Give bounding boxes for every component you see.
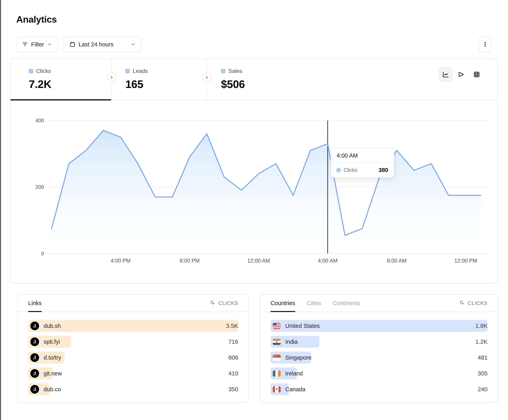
- date-range-label: Last 24 hours: [79, 41, 113, 48]
- tooltip-time: 4:00 AM: [331, 148, 394, 163]
- row-value: 410: [228, 368, 238, 379]
- clicks-legend-icon: [29, 69, 33, 73]
- window-edge-strip: [0, 0, 1, 420]
- link-row[interactable]: dub.sh3.5K: [28, 320, 238, 332]
- cursor-click-icon: [459, 300, 465, 306]
- row-label: United States: [285, 323, 320, 329]
- tab-leads[interactable]: Leads 165: [112, 59, 207, 100]
- tab-links[interactable]: Links: [28, 295, 42, 312]
- expand-clicks-button[interactable]: [107, 73, 116, 82]
- link-row[interactable]: git.new410: [28, 368, 238, 379]
- row-label: Singapore: [285, 355, 311, 361]
- countries-panel: Countries Cities Continents CLICKS Unite…: [260, 294, 498, 403]
- toolbar: Filter Last 24 hours: [16, 37, 492, 52]
- row-value: 1.2K: [475, 336, 488, 348]
- country-row[interactable]: Canada240: [270, 383, 488, 395]
- tab-label: Countries: [270, 300, 295, 306]
- more-options-button[interactable]: [479, 37, 492, 52]
- metric-selector[interactable]: CLICKS: [210, 295, 238, 312]
- leads-legend-icon: [125, 69, 130, 73]
- kebab-menu-icon: [482, 41, 488, 47]
- svg-text:12:00 AM: 12:00 AM: [247, 258, 270, 264]
- svg-text:8:00 AM: 8:00 AM: [387, 258, 406, 264]
- tab-continents[interactable]: Continents: [333, 295, 360, 312]
- stat-label: Clicks: [36, 68, 51, 74]
- stat-tabs: Clicks 7.2K Leads 165 Sales $506: [10, 59, 498, 101]
- cursor-click-icon: [210, 300, 216, 306]
- stat-label: Sales: [228, 68, 242, 74]
- tab-label: Cities: [307, 300, 321, 306]
- row-value: 3.5K: [226, 320, 238, 332]
- sg-flag-icon: [273, 355, 281, 361]
- svg-text:0: 0: [41, 251, 44, 257]
- row-value: 481: [478, 352, 488, 363]
- filter-button-label: Filter: [31, 41, 44, 48]
- chart-tooltip: 4:00 AM Clicks 380: [331, 148, 394, 178]
- stat-value: 165: [125, 78, 206, 91]
- link-row[interactable]: d.to/try606: [28, 352, 238, 363]
- row-value: 240: [478, 383, 488, 395]
- row-label: git.new: [44, 370, 62, 377]
- line-chart-view-button[interactable]: [439, 68, 452, 81]
- row-value: 606: [228, 352, 238, 363]
- row-label: Canada: [285, 386, 306, 393]
- stat-label: Leads: [133, 68, 148, 74]
- tooltip-value: 380: [379, 167, 388, 173]
- countries-panel-header: Countries Cities Continents CLICKS: [260, 295, 498, 312]
- clicks-timeseries-chart[interactable]: 40020004:00 PM8:00 PM12:00 AM4:00 AM8:00…: [10, 101, 498, 283]
- metric-label: CLICKS: [218, 300, 238, 306]
- calendar-icon: [69, 41, 75, 47]
- filter-button[interactable]: Filter: [16, 37, 58, 52]
- filter-icon: [22, 41, 28, 47]
- dub-logo-icon: [30, 337, 39, 346]
- country-row[interactable]: United States1.8K: [270, 320, 488, 332]
- clicks-legend-icon: [337, 168, 341, 172]
- row-label: d.to/try: [44, 355, 61, 361]
- date-range-button[interactable]: Last 24 hours: [64, 37, 142, 52]
- country-row[interactable]: India1.2K: [270, 336, 488, 348]
- row-label: Ireland: [285, 370, 303, 377]
- links-rows: dub.sh3.5Kspti.fyi716d.to/try606git.new4…: [18, 312, 248, 395]
- row-label: dub.sh: [44, 323, 61, 329]
- ie-flag-icon: [273, 370, 281, 377]
- links-panel-header: Links CLICKS: [18, 295, 248, 312]
- tooltip-series-label: Clicks: [344, 167, 376, 173]
- funnel-view-button[interactable]: [455, 68, 468, 81]
- chevron-right-icon: [109, 75, 114, 80]
- row-value: 305: [478, 368, 488, 379]
- tab-label: Continents: [333, 300, 360, 306]
- country-row[interactable]: Singapore481: [270, 352, 488, 363]
- chevron-right-icon: [204, 75, 209, 80]
- dub-logo-icon: [30, 385, 39, 394]
- metric-selector[interactable]: CLICKS: [459, 295, 488, 312]
- chevron-down-icon: [47, 42, 52, 47]
- country-row[interactable]: Ireland305: [270, 368, 488, 379]
- analytics-card: Clicks 7.2K Leads 165 Sales $506: [10, 58, 498, 284]
- chart-type-toggle: [439, 68, 483, 81]
- svg-text:12:00 PM: 12:00 PM: [454, 258, 477, 264]
- svg-text:8:00 PM: 8:00 PM: [180, 258, 200, 264]
- us-flag-icon: [273, 323, 281, 329]
- sales-legend-icon: [221, 69, 225, 73]
- table-grid-icon: [473, 71, 480, 78]
- ca-flag-icon: [273, 386, 281, 392]
- row-label: India: [285, 339, 298, 345]
- stat-value: 7.2K: [29, 78, 111, 91]
- svg-text:400: 400: [36, 117, 44, 123]
- dub-logo-icon: [30, 353, 39, 362]
- svg-text:4:00 AM: 4:00 AM: [318, 258, 337, 264]
- tab-cities[interactable]: Cities: [307, 295, 321, 312]
- row-value: 350: [228, 383, 238, 395]
- row-label: dub.co: [44, 386, 61, 393]
- metric-label: CLICKS: [468, 300, 488, 306]
- tab-clicks[interactable]: Clicks 7.2K: [10, 59, 112, 100]
- link-row[interactable]: spti.fyi716: [28, 336, 238, 348]
- svg-text:4:00 PM: 4:00 PM: [111, 258, 131, 264]
- funnel-chart-icon: [458, 71, 464, 78]
- tab-countries[interactable]: Countries: [270, 295, 295, 312]
- row-label: spti.fyi: [44, 339, 60, 345]
- table-view-button[interactable]: [470, 68, 483, 81]
- area-chart-canvas: 40020004:00 PM8:00 PM12:00 AM4:00 AM8:00…: [10, 101, 498, 283]
- expand-leads-button[interactable]: [202, 73, 211, 82]
- link-row[interactable]: dub.co350: [28, 383, 238, 395]
